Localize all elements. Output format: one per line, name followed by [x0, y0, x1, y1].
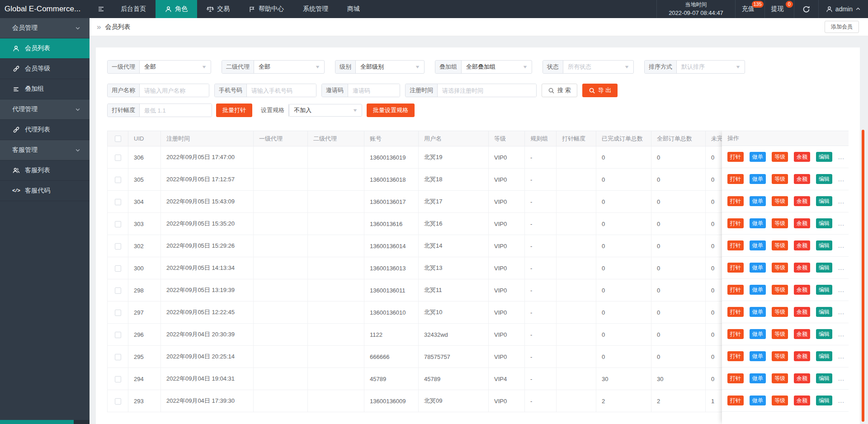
nav-home[interactable]: 后台首页: [111, 0, 156, 18]
invite-code-input[interactable]: [348, 84, 400, 97]
row-checkbox[interactable]: [115, 199, 121, 205]
action-button-打针[interactable]: 打针: [727, 329, 744, 339]
action-button-打针[interactable]: 打针: [727, 218, 744, 228]
add-member-button[interactable]: 添加会员: [825, 21, 859, 33]
action-button-编辑[interactable]: 编辑: [816, 196, 832, 206]
row-checkbox[interactable]: [115, 265, 121, 272]
row-checkbox[interactable]: [115, 243, 121, 250]
action-button-等级[interactable]: 等级: [772, 373, 788, 383]
sidebar-item-support-code[interactable]: </> 客服代码: [0, 181, 90, 201]
action-button-余额[interactable]: 余额: [794, 240, 810, 250]
more-actions-button[interactable]: ...: [838, 375, 844, 382]
refresh-button[interactable]: [794, 0, 818, 18]
action-button-等级[interactable]: 等级: [772, 285, 788, 295]
search-button[interactable]: 搜 索: [542, 84, 577, 97]
action-button-编辑[interactable]: 编辑: [816, 373, 832, 383]
action-button-做单[interactable]: 做单: [750, 263, 766, 273]
action-button-余额[interactable]: 余额: [794, 329, 810, 339]
sidebar-toggle-button[interactable]: [90, 0, 111, 18]
more-actions-button[interactable]: ...: [838, 154, 844, 160]
more-actions-button[interactable]: ...: [838, 353, 844, 360]
action-button-做单[interactable]: 做单: [750, 196, 766, 206]
export-button[interactable]: 导 出: [582, 84, 618, 97]
recharge-button[interactable]: 充值 135: [736, 0, 764, 18]
action-button-等级[interactable]: 等级: [772, 174, 788, 184]
sidebar-scrollbar[interactable]: [0, 420, 90, 424]
sort-select[interactable]: 默认排序▼: [677, 61, 745, 73]
nav-role[interactable]: 角色: [156, 0, 197, 18]
action-button-余额[interactable]: 余额: [794, 263, 810, 273]
row-checkbox[interactable]: [115, 310, 121, 316]
action-button-余额[interactable]: 余额: [794, 152, 810, 162]
action-button-编辑[interactable]: 编辑: [816, 329, 832, 339]
nav-help-center[interactable]: 帮助中心: [239, 0, 293, 18]
sidebar-item-agent-list[interactable]: 代理列表: [0, 120, 90, 140]
action-button-打针[interactable]: 打针: [727, 285, 744, 295]
action-button-等级[interactable]: 等级: [772, 152, 788, 162]
action-button-余额[interactable]: 余额: [794, 351, 810, 361]
action-button-等级[interactable]: 等级: [772, 351, 788, 361]
sidebar-item-member-list[interactable]: 会员列表: [0, 38, 90, 59]
action-button-编辑[interactable]: 编辑: [816, 218, 832, 228]
user-menu[interactable]: admin: [819, 0, 868, 18]
select-all-checkbox[interactable]: [115, 136, 121, 142]
action-button-等级[interactable]: 等级: [772, 329, 788, 339]
sidebar-group-support-management[interactable]: 客服管理: [0, 140, 90, 160]
action-button-打针[interactable]: 打针: [727, 351, 744, 361]
sidebar-item-member-level[interactable]: 会员等级: [0, 59, 90, 79]
more-actions-button[interactable]: ...: [838, 309, 844, 316]
batch-spec-button[interactable]: 批量设置规格: [367, 104, 415, 117]
action-button-余额[interactable]: 余额: [794, 285, 810, 295]
action-button-余额[interactable]: 余额: [794, 396, 810, 405]
action-button-做单[interactable]: 做单: [750, 285, 766, 295]
withdraw-button[interactable]: 提现 0: [765, 0, 794, 18]
action-button-编辑[interactable]: 编辑: [816, 396, 832, 405]
action-button-打针[interactable]: 打针: [727, 240, 744, 250]
action-button-编辑[interactable]: 编辑: [816, 285, 832, 295]
overlay-group-select[interactable]: 全部叠加组▼: [462, 61, 532, 73]
action-button-打针[interactable]: 打针: [727, 307, 744, 317]
username-input[interactable]: [140, 84, 209, 97]
action-button-编辑[interactable]: 编辑: [816, 263, 832, 273]
action-button-做单[interactable]: 做单: [750, 152, 766, 162]
nav-trade[interactable]: 交易: [197, 0, 239, 18]
row-checkbox[interactable]: [115, 177, 121, 183]
reg-time-input[interactable]: [438, 84, 536, 97]
action-button-打针[interactable]: 打针: [727, 396, 744, 405]
inject-range-input[interactable]: [140, 104, 212, 117]
more-actions-button[interactable]: ...: [838, 176, 844, 183]
action-button-编辑[interactable]: 编辑: [816, 240, 832, 250]
action-button-等级[interactable]: 等级: [772, 196, 788, 206]
level-select[interactable]: 全部级别▼: [356, 61, 424, 73]
action-button-编辑[interactable]: 编辑: [816, 152, 832, 162]
nav-mall[interactable]: 商城: [338, 0, 369, 18]
row-checkbox[interactable]: [115, 398, 121, 405]
action-button-打针[interactable]: 打针: [727, 174, 744, 184]
action-button-做单[interactable]: 做单: [750, 373, 766, 383]
action-button-余额[interactable]: 余额: [794, 373, 810, 383]
action-button-打针[interactable]: 打针: [727, 373, 744, 383]
action-button-余额[interactable]: 余额: [794, 218, 810, 228]
action-button-打针[interactable]: 打针: [727, 196, 744, 206]
batch-inject-button[interactable]: 批量打针: [216, 104, 252, 117]
action-button-等级[interactable]: 等级: [772, 263, 788, 273]
action-button-做单[interactable]: 做单: [750, 351, 766, 361]
row-checkbox[interactable]: [115, 287, 121, 294]
status-select[interactable]: 所有状态▼: [563, 61, 633, 73]
more-actions-button[interactable]: ...: [838, 331, 844, 338]
action-button-打针[interactable]: 打针: [727, 152, 744, 162]
sidebar-group-member-management[interactable]: 会员管理: [0, 18, 90, 38]
more-actions-button[interactable]: ...: [838, 397, 844, 404]
action-button-做单[interactable]: 做单: [750, 174, 766, 184]
more-actions-button[interactable]: ...: [838, 198, 844, 205]
spec-select[interactable]: 不加入▼: [289, 104, 362, 117]
sidebar-scrollbar-thumb[interactable]: [0, 420, 74, 424]
row-checkbox[interactable]: [115, 354, 121, 360]
phone-input[interactable]: [247, 84, 316, 97]
action-button-余额[interactable]: 余额: [794, 307, 810, 317]
action-button-等级[interactable]: 等级: [772, 396, 788, 405]
row-checkbox[interactable]: [115, 376, 121, 382]
sidebar-item-support-list[interactable]: 客服列表: [0, 160, 90, 181]
action-button-等级[interactable]: 等级: [772, 218, 788, 228]
action-button-做单[interactable]: 做单: [750, 218, 766, 228]
